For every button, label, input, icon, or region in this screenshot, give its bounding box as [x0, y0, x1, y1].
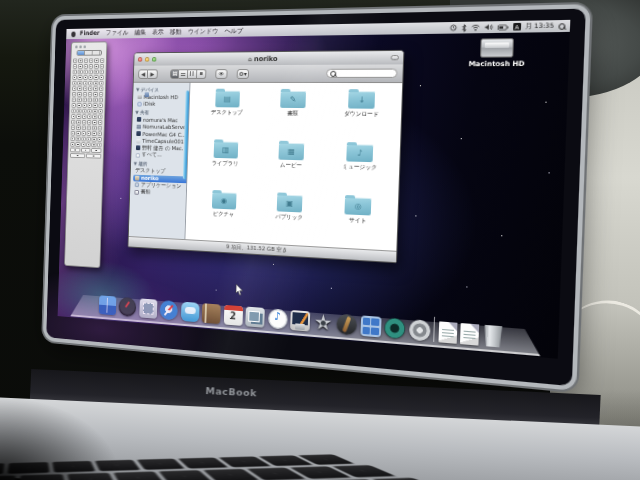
dock-time-machine-icon[interactable] [384, 317, 405, 339]
palette-key[interactable] [97, 137, 102, 142]
back-button[interactable]: ◀ [138, 69, 148, 79]
palette-key[interactable] [82, 109, 87, 114]
palette-key[interactable] [82, 103, 87, 108]
menu-item-3[interactable]: 表示 [152, 28, 164, 37]
dock-imovie-icon[interactable]: ★ [313, 312, 333, 334]
palette-key[interactable] [78, 70, 83, 75]
palette-key[interactable] [87, 131, 92, 136]
palette-key[interactable] [88, 92, 93, 97]
palette-key[interactable] [94, 70, 99, 75]
menu-item-finder[interactable]: Finder [80, 29, 100, 38]
palette-key[interactable] [88, 75, 93, 80]
palette-key[interactable] [86, 142, 91, 147]
menu-item-6[interactable]: ヘルプ [224, 27, 243, 36]
palette-key[interactable] [97, 143, 102, 148]
palette-key[interactable] [82, 114, 87, 119]
palette-key[interactable] [92, 114, 97, 119]
palette-key[interactable] [81, 137, 86, 142]
palette-wide-key[interactable] [70, 148, 80, 153]
palette-key[interactable] [73, 59, 78, 64]
palette-key[interactable] [93, 92, 98, 97]
palette-window-controls[interactable] [75, 45, 105, 48]
bluetooth-icon[interactable] [461, 23, 467, 32]
palette-segmented-control[interactable] [76, 50, 101, 56]
palette-key[interactable] [76, 137, 81, 142]
sidebar-section-header[interactable]: ▼ 共有 [135, 109, 188, 115]
palette-key[interactable] [72, 98, 77, 103]
menu-item-4[interactable]: 移動 [170, 28, 182, 37]
palette-key[interactable] [81, 131, 86, 136]
palette-key[interactable] [82, 120, 87, 125]
palette-key[interactable] [78, 81, 83, 86]
palette-key[interactable] [93, 86, 98, 91]
palette-key[interactable] [76, 131, 81, 136]
dock-documents-stack-icon[interactable] [438, 321, 457, 343]
apple-menu-icon[interactable] [71, 31, 75, 37]
dock-safari-icon[interactable] [159, 300, 177, 321]
sidebar-item[interactable]: iDisk [135, 100, 188, 108]
palette-key[interactable] [78, 58, 83, 63]
menu-item-2[interactable]: 編集 [134, 28, 146, 37]
dock-ical-icon[interactable]: 2 [223, 305, 242, 326]
folder-music[interactable]: ♪ミュージック [324, 142, 396, 197]
palette-key[interactable] [77, 103, 82, 108]
dock-address-book-icon[interactable] [202, 303, 221, 324]
palette-key[interactable] [77, 109, 82, 114]
palette-key[interactable] [72, 92, 77, 97]
palette-key[interactable] [72, 103, 77, 108]
palette-key[interactable] [89, 64, 94, 69]
palette-key[interactable] [77, 92, 82, 97]
palette-key[interactable] [73, 64, 78, 69]
palette-key[interactable] [71, 125, 76, 130]
palette-wide-key[interactable] [86, 154, 101, 159]
os-desktop[interactable]: Finderファイル編集表示移動ウインドウヘルプ A 月 13:35 Macin… [58, 20, 571, 359]
dock-ichat-icon[interactable] [180, 302, 199, 323]
toolbar-toggle-button[interactable] [391, 55, 399, 60]
sidebar-item[interactable]: すべて… [134, 151, 187, 160]
palette-key[interactable] [94, 75, 99, 80]
palette-wide-key[interactable] [91, 148, 101, 153]
dock-preview-icon[interactable] [245, 307, 265, 328]
palette-key[interactable] [81, 125, 86, 130]
palette-key[interactable] [89, 58, 94, 63]
palette-key[interactable] [71, 120, 76, 125]
palette-key[interactable] [92, 131, 97, 136]
palette-key[interactable] [76, 142, 81, 147]
dock-spaces-icon[interactable] [360, 315, 381, 337]
folder-library[interactable]: ▥ライブラリ [192, 139, 258, 192]
palette-key[interactable] [87, 114, 92, 119]
palette-key[interactable] [71, 109, 76, 114]
forward-button[interactable]: ▶ [148, 69, 158, 79]
palette-key[interactable] [88, 86, 93, 91]
dock-trash-icon[interactable] [482, 325, 504, 348]
window-title-bar[interactable]: ⌂ noriko [134, 51, 403, 66]
palette-key[interactable] [71, 136, 76, 141]
palette-wide-key[interactable] [81, 148, 91, 153]
folder-sites[interactable]: ◎サイト [322, 194, 394, 250]
dock-itunes-icon[interactable] [267, 308, 287, 329]
palette-key[interactable] [94, 81, 99, 86]
palette-key[interactable] [99, 75, 104, 80]
dock-mail-icon[interactable] [139, 298, 157, 318]
palette-key[interactable] [83, 86, 88, 91]
palette-key[interactable] [83, 81, 88, 86]
palette-key[interactable] [78, 64, 83, 69]
menu-bar-clock[interactable]: 月 13:35 [525, 21, 554, 31]
palette-key[interactable] [93, 109, 98, 114]
palette-key[interactable] [71, 131, 76, 136]
folder-desktop[interactable]: ▤デスクトップ [194, 89, 260, 141]
palette-key[interactable] [98, 120, 103, 125]
palette-key[interactable] [72, 75, 77, 80]
input-method-menu[interactable]: A [513, 23, 521, 31]
palette-key[interactable] [77, 86, 82, 91]
palette-key[interactable] [94, 58, 99, 63]
palette-key[interactable] [97, 131, 102, 136]
palette-key[interactable] [98, 103, 103, 108]
palette-key[interactable] [70, 142, 75, 147]
palette-key[interactable] [87, 103, 92, 108]
palette-key[interactable] [78, 75, 83, 80]
palette-key[interactable] [99, 86, 104, 91]
volume-icon[interactable] [484, 23, 493, 31]
palette-key[interactable] [72, 81, 77, 86]
palette-key[interactable] [71, 114, 76, 119]
